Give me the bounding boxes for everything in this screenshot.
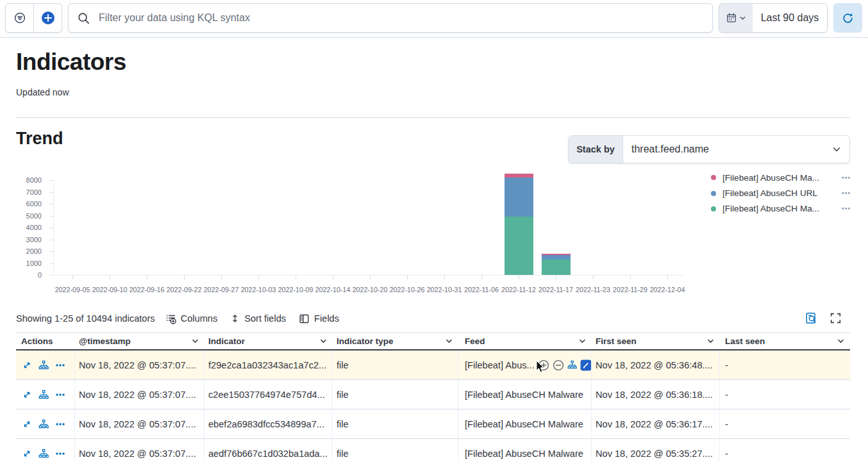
cell-timestamp[interactable]: Nov 18, 2022 @ 05:37:07.... [75,439,204,462]
cell-first-seen[interactable]: Nov 18, 2022 @ 05:36:17.... [592,409,720,438]
more-actions-button[interactable] [55,360,65,370]
header-last-seen-label: Last seen [725,336,765,346]
legend-actions-button[interactable] [842,174,850,181]
chevron-down-icon[interactable] [445,337,453,345]
y-axis-tick [49,192,53,193]
cell-indicator[interactable]: ebef2a6983dfcc534899a7... [204,409,333,438]
bar-segment[interactable] [505,217,533,275]
cell-indicator[interactable]: aedf76b667c1d032ba1ada... [204,439,333,462]
refresh-button[interactable] [833,3,862,33]
boxes-horizontal-icon [55,419,65,429]
legend-color-dot [711,191,716,196]
investigate-timeline-button[interactable] [38,449,49,459]
sort-fields-button[interactable]: Sort fields [230,313,286,324]
add-filter-button[interactable] [33,4,62,32]
bar-segment[interactable] [542,255,571,260]
x-axis-tick [333,276,333,279]
stack-by-select[interactable]: Stack by threat.feed.name [568,135,850,163]
y-axis-label: 6000 [16,199,42,208]
legend-item[interactable]: [Filebeat] AbuseCH URL [707,185,850,201]
cell-timestamp[interactable]: Nov 18, 2022 @ 05:37:07.... [75,380,204,409]
header-indicator-type[interactable]: Indicator type [333,333,458,349]
more-actions-button[interactable] [55,449,65,459]
cell-feed[interactable]: [Filebeat] Abus... [458,351,592,379]
cell-last-seen[interactable]: - [720,439,850,462]
cell-first-seen[interactable]: Nov 18, 2022 @ 05:35:27.... [592,439,720,462]
cell-last-seen[interactable]: - [720,351,850,379]
fullscreen-button[interactable] [826,309,844,327]
add-to-timeline-button[interactable] [580,359,592,371]
cell-feed[interactable]: [Filebeat] AbuseCH Malware [458,439,592,462]
chevron-down-icon[interactable] [706,337,715,345]
x-axis-tick [370,276,371,279]
y-axis-tick [49,227,53,228]
columns-button[interactable]: Columns [165,313,218,324]
cell-feed[interactable]: [Filebeat] AbuseCH Malware [458,409,592,438]
filter-in-circle-icon [14,12,26,24]
x-axis-tick [667,276,668,279]
chevron-down-icon[interactable] [191,337,199,345]
more-actions-button[interactable] [55,419,65,429]
legend-item[interactable]: [Filebeat] AbuseCH Ma... [707,170,850,185]
cell-indicator-type[interactable]: file [333,351,458,379]
table-row[interactable]: Nov 18, 2022 @ 05:37:07.... ebef2a6983df… [16,409,850,439]
chevron-down-icon[interactable] [578,337,587,345]
bar-segment[interactable] [505,177,533,217]
y-axis-label: 5000 [16,211,42,220]
quick-select-date-button[interactable] [719,4,753,32]
investigate-timeline-button[interactable] [38,360,49,370]
bar-segment[interactable] [542,254,571,255]
x-axis-tick [630,276,631,279]
saved-query-menu-button[interactable] [6,4,33,32]
cell-indicator-type[interactable]: file [333,439,458,462]
cell-indicator[interactable]: f29e2ca1a032343ac1a7c2... [204,351,333,379]
investigate-timeline-button[interactable] [38,390,49,400]
cell-indicator-type[interactable]: file [333,409,458,438]
fields-button[interactable]: Fields [299,313,339,324]
bar-segment[interactable] [542,260,571,275]
table-body: Nov 18, 2022 @ 05:37:07.... f29e2ca1a032… [16,351,850,462]
expand-row-button[interactable] [22,360,32,370]
sitemap-icon [38,419,49,429]
cell-indicator[interactable]: c2ee15037764974e757d4... [204,380,333,409]
bar-segment[interactable] [505,174,533,177]
investigate-timeline-button[interactable] [38,419,49,429]
header-last-seen[interactable]: Last seen [720,333,850,349]
table-row[interactable]: Nov 18, 2022 @ 05:37:07.... f29e2ca1a032… [16,351,850,380]
legend-actions-button[interactable] [842,205,850,212]
cell-indicator-type[interactable]: file [333,380,458,409]
cell-last-seen[interactable]: - [720,380,850,409]
cell-first-seen[interactable]: Nov 18, 2022 @ 05:36:48.... [592,351,720,379]
expand-row-button[interactable] [22,449,32,459]
header-first-seen[interactable]: First seen [592,333,720,349]
header-indicator[interactable]: Indicator [204,333,333,349]
cell-last-seen[interactable]: - [720,409,850,438]
cell-timestamp[interactable]: Nov 18, 2022 @ 05:37:07.... [75,351,204,379]
expand-icon [22,419,32,429]
date-range-value-button[interactable]: Last 90 days [753,4,827,32]
kql-search-input[interactable] [97,12,712,24]
y-axis-tick [49,180,53,181]
table-row[interactable]: Nov 18, 2022 @ 05:37:07.... aedf76b667c1… [16,439,850,462]
cell-timestamp[interactable]: Nov 18, 2022 @ 05:37:07.... [75,409,204,438]
table-row[interactable]: Nov 18, 2022 @ 05:37:07.... c2ee15037764… [16,380,850,409]
legend-item[interactable]: [Filebeat] AbuseCH Ma... [707,201,850,217]
expand-row-button[interactable] [22,419,32,429]
minus-in-circle-outline-icon [553,359,564,371]
legend-actions-button[interactable] [842,190,850,197]
inspect-button[interactable] [802,309,820,327]
cell-feed[interactable]: [Filebeat] AbuseCH Malware [458,380,592,409]
chart-y-axis-line [53,180,54,276]
fullscreen-icon [830,312,842,324]
expand-row-button[interactable] [22,390,32,400]
header-timestamp[interactable]: @timestamp [75,333,204,349]
header-feed[interactable]: Feed [458,333,592,349]
chevron-down-icon[interactable] [837,337,845,345]
filter-out-button[interactable] [553,359,564,371]
more-actions-button[interactable] [55,390,65,400]
cell-first-seen[interactable]: Nov 18, 2022 @ 05:36:18.... [592,380,720,409]
boxes-horizontal-icon [55,360,65,370]
investigate-timeline-button[interactable] [567,360,577,370]
chevron-down-icon[interactable] [319,337,328,345]
y-axis-tick [49,204,53,204]
